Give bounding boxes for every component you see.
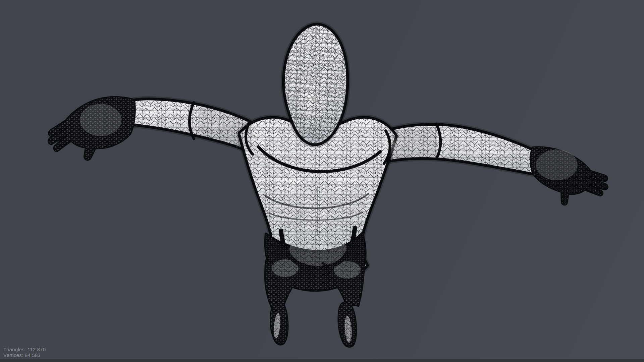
- bottom-bar: [0, 359, 644, 362]
- 3d-viewport[interactable]: Triangles: 112 870 Vertices: 84 583: [0, 0, 644, 362]
- wireframe-model-canvas: [0, 0, 644, 362]
- model-viewer-window: Triangles: 112 870 Vertices: 84 583: [0, 0, 644, 362]
